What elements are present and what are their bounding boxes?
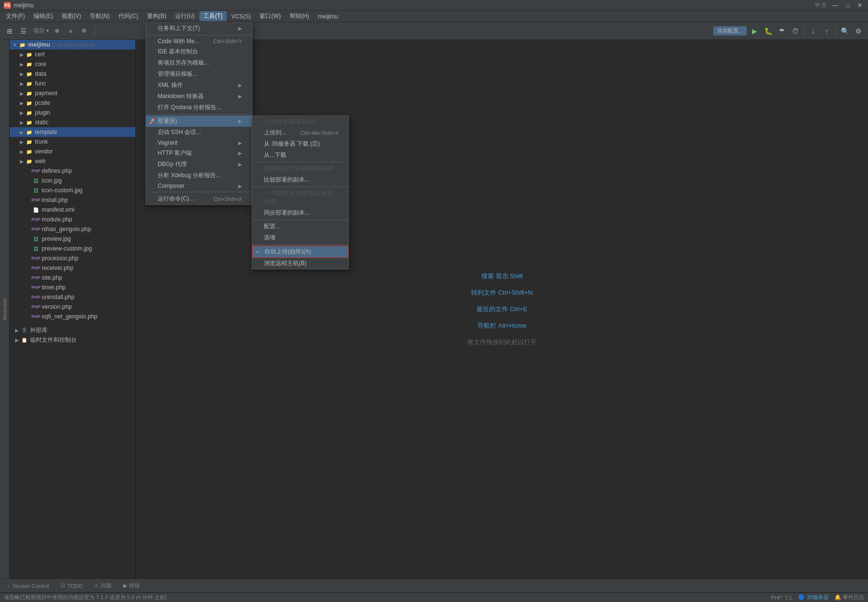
menu-vcs[interactable]: VCS(S) [228,12,255,21]
tree-item-preview.jpg[interactable]: 🖼preview.jpg [10,234,135,244]
title-bar: PS meijimu 中·文 — □ ✕ [0,0,868,11]
submenu-upload-to[interactable]: 上传到... Ctrl+Alt+Shift+X [252,127,348,138]
menu-qodana[interactable]: 打开 Qodana 分析报告... [146,102,252,113]
menu-file[interactable]: 文件(F) [2,11,29,21]
tree-item-preview-custom.jpg[interactable]: 🖼preview-custom.jpg [10,244,135,253]
menu-xml-actions[interactable]: XML 操作 ▶ [146,80,252,91]
tab-terminal[interactable]: ▶ 终端 [119,581,144,590]
item-arrow [25,236,32,242]
submenu-sync-deployed[interactable]: 同步部署的副本... [252,207,348,218]
profile-btn[interactable]: ⏱ [789,25,801,37]
search-everywhere-btn[interactable]: 🔍 [839,25,851,37]
gutter-tab-bookmarks[interactable]: Bookmarks [1,294,9,324]
tree-item-icon-custom.jpg[interactable]: 🖼icon-custom.jpg [10,185,135,195]
compare-local-label: 比较本地文件与部署的副本 [264,165,334,173]
menu-tools[interactable]: 工具(T) [199,11,226,21]
menu-project[interactable]: meijimu [314,12,342,21]
tree-item-vendor[interactable]: ▶📁vendor [10,147,135,156]
tree-item-xq6_net_gengxin.php[interactable]: PHPxq6_net_gengxin.php [10,312,135,321]
settings-btn[interactable]: ⚙ [78,25,90,37]
tree-item-nihao_gengxin.php[interactable]: PHPnihao_gengxin.php [10,224,135,234]
tree-item-payment[interactable]: ▶📁payment [10,88,135,98]
menu-refactor[interactable]: 重构(B) [143,11,170,21]
tree-item-label: vendor [35,148,53,155]
php-version-indicator[interactable]: PHP: 7.1 [771,594,792,601]
menu-code-with-me[interactable]: Code With Me... Ctrl+Shift+Y [146,36,252,46]
tree-item-core[interactable]: ▶📁core [10,59,135,69]
menu-edit[interactable]: 编辑(E) [30,11,57,21]
settings-main-btn[interactable]: ⚙ [852,25,864,37]
tree-item-receiver.php[interactable]: PHPreceiver.php [10,263,135,273]
tree-item-install.php[interactable]: PHPinstall.php [10,195,135,205]
tree-item-func[interactable]: ▶📁func [10,79,135,88]
tree-item-plugin[interactable]: ▶📁plugin [10,108,135,117]
menu-ide-console[interactable]: IDE 基本控制台 [146,46,252,57]
tree-item-icon.jpg[interactable]: 🖼icon.jpg [10,176,135,185]
add-config-button[interactable]: 添加配置... [713,26,747,35]
run-btn[interactable]: ▶ [749,25,760,37]
menu-run-command[interactable]: 运行命令(C)... Ctrl+Shift+X [146,193,252,204]
tree-item-defines.php[interactable]: PHPdefines.php [10,166,135,176]
minimize-button[interactable]: — [831,2,840,9]
tab-todo[interactable]: ☑ TODO [57,582,87,590]
menu-tasks[interactable]: 任务和上下文(T) ▶ [146,23,252,34]
menu-deploy[interactable]: 🚀 部署(E) ▶ 上传到 39服务器(U) 上传到... Ctrl+Alt+S… [146,116,252,127]
tree-item-static[interactable]: ▶📁static [10,117,135,127]
submenu-download-from-39[interactable]: 从 39服务器 下载 (②) [252,138,348,150]
coverage-btn[interactable]: ☂ [776,25,787,37]
menu-start-ssh[interactable]: 启动 SSH 会话... [146,127,252,138]
menu-navigate[interactable]: 导航(N) [86,11,114,21]
tree-item-uninstall.php[interactable]: PHPuninstall.php [10,292,135,302]
tree-item-version.php[interactable]: PHPversion.php [10,302,135,312]
maximize-button[interactable]: □ [844,2,852,9]
menu-analyze-xdebug[interactable]: 分析 Xdebug 分析报告... [146,170,252,181]
submenu-download-from[interactable]: 从...下载 [252,150,348,161]
menu-help[interactable]: 帮助(H) [286,11,313,21]
menu-dbgp[interactable]: DBGp 代理 ▶ [146,159,252,170]
submenu-options[interactable]: 选项 [252,232,348,243]
external-libraries[interactable]: ▶ 🗄 外部库 [10,325,135,335]
tab-problems[interactable]: ⚠ 问题 [90,581,115,590]
menu-http-client[interactable]: HTTP 客户端 ▶ [146,148,252,159]
menu-save-project[interactable]: 将项目另存为模板... [146,57,252,68]
menu-markdown[interactable]: Markdown 转换器 ▶ [146,91,252,102]
expand-all-btn[interactable]: ⊕ [51,25,63,37]
menu-window[interactable]: 窗口(W) [256,11,284,21]
tree-item-timer.php[interactable]: PHPtimer.php [10,283,135,292]
tree-item-module.php[interactable]: PHPmodule.php [10,215,135,224]
vcs-update-btn[interactable]: ↓ [807,25,819,37]
menu-run[interactable]: 运行(U) [171,11,199,21]
event-log[interactable]: 🔔 事件日志 [835,594,864,601]
toolbar-icon-1[interactable]: ⊞ [4,25,16,37]
tree-root[interactable]: ▼ 📁 meijimu E:\project\meijimu [10,40,135,50]
submenu-configure[interactable]: 配置... [252,221,348,232]
tree-item-template[interactable]: ▶📁template [10,127,135,137]
tree-item-trunk[interactable]: ▶📁trunk [10,137,135,147]
scratches-consoles[interactable]: ▶ 📋 临时文件和控制台 [10,335,135,345]
title-bar-left: PS meijimu [4,2,33,9]
menu-code[interactable]: 代码(C) [115,11,142,21]
close-button[interactable]: ✕ [855,2,864,9]
tree-item-pcsite[interactable]: ▶📁pcsite [10,98,135,108]
tree-item-label: timer.php [42,284,66,291]
menu-composer[interactable]: Composer ▶ [146,181,252,191]
tree-item-cert[interactable]: ▶📁cert [10,50,135,59]
menu-view[interactable]: 视图(V) [58,11,85,21]
tree-item-data[interactable]: ▶📁data [10,69,135,79]
debug-btn[interactable]: 🐛 [762,25,774,37]
submenu-compare-deployed[interactable]: 比较部署的副本... [252,174,348,185]
vcs-commit-btn[interactable]: ↑ [821,25,833,37]
menu-vagrant[interactable]: Vagrant ▶ [146,138,252,148]
root-folder-icon: 📁 [18,41,26,49]
toolbar-icon-2[interactable]: ☰ [17,25,29,37]
tree-item-manifest.xml[interactable]: 📄manifest.xml [10,205,135,215]
submenu-browse-remote[interactable]: 浏览远程主机(B) [252,258,348,269]
collapse-btn[interactable]: ≡ [65,25,76,37]
tree-item-site.php[interactable]: PHPsite.php [10,273,135,283]
submenu-auto-upload[interactable]: ✓ 自动上传(始终)(A) [252,246,348,258]
tree-item-web[interactable]: ▶📁web [10,156,135,166]
menu-manage-templates[interactable]: 管理项目模板... [146,68,252,80]
tree-item-processor.php[interactable]: PHPprocessor.php [10,253,135,263]
server-badge[interactable]: 🔵 39服务器 [798,594,829,601]
tab-vcs[interactable]: ↑ Version Control [4,582,53,590]
